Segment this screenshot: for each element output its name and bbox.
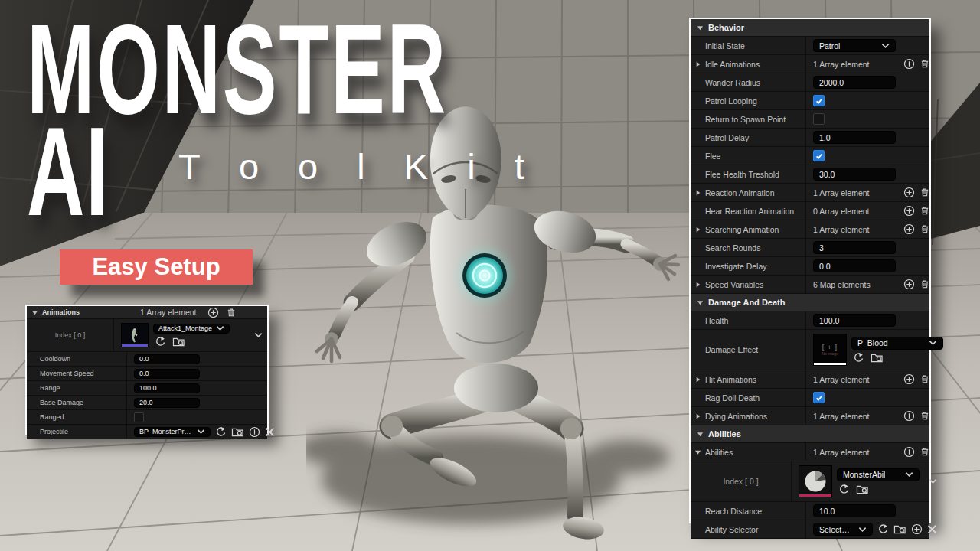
- index-0-asset-dropdown[interactable]: MonsterAbil: [837, 468, 920, 481]
- plus-circle-icon[interactable]: [903, 446, 915, 458]
- property-value-search-rounds: 3: [806, 239, 929, 256]
- browse-asset-icon[interactable]: [871, 352, 884, 364]
- no-image-placeholder-subtext: No image: [822, 351, 838, 356]
- browse-asset-icon[interactable]: [856, 484, 869, 495]
- chevron-down-icon[interactable]: [929, 478, 937, 484]
- health-input[interactable]: 100.0: [813, 314, 896, 327]
- ranged-checkbox[interactable]: [134, 412, 144, 422]
- property-label-cooldown: Cooldown: [27, 352, 127, 366]
- triangle-down-icon[interactable]: [697, 299, 704, 306]
- triangle-down-icon[interactable]: [31, 309, 38, 316]
- section-title: Abilities: [708, 429, 741, 439]
- damage-effect-asset-dropdown[interactable]: P_Blood: [851, 337, 943, 350]
- property-value-reach-distance: 10.0: [806, 502, 929, 520]
- return-to-spawn-point-checkbox[interactable]: [813, 113, 825, 125]
- trash-icon[interactable]: [920, 58, 930, 70]
- trash-icon[interactable]: [920, 205, 930, 217]
- triangle-right-icon[interactable]: [694, 60, 701, 67]
- property-label-flee-health-treshold: Flee Health Treshold: [691, 165, 806, 183]
- patrol-delay-input[interactable]: 1.0: [813, 131, 896, 144]
- chevron-down-icon: [197, 429, 205, 435]
- noimage-thumbnail[interactable]: [ + ]No image: [813, 334, 847, 366]
- rag-doll-death-checkbox[interactable]: [813, 392, 825, 403]
- plus-circle-icon[interactable]: [903, 279, 915, 290]
- array-header-animations[interactable]: Animations1 Array element: [27, 306, 267, 319]
- trash-icon[interactable]: [226, 307, 237, 318]
- index-0-asset-controls: Attack1_Montage: [153, 324, 230, 347]
- use-selected-arrow-icon[interactable]: [838, 484, 850, 495]
- triangle-down-icon[interactable]: [697, 24, 704, 31]
- triangle-right-icon[interactable]: [694, 281, 701, 288]
- trash-icon[interactable]: [920, 446, 930, 458]
- index-0-asset-dropdown[interactable]: Attack1_Montage: [153, 324, 230, 334]
- plus-circle-icon[interactable]: [903, 373, 915, 385]
- initial-state-dropdown[interactable]: Patrol: [813, 39, 896, 52]
- flee-health-treshold-input[interactable]: 30.0: [813, 168, 896, 181]
- triangle-down-icon[interactable]: [697, 431, 704, 438]
- anim-thumbnail[interactable]: [121, 323, 149, 347]
- plus-circle-icon[interactable]: [207, 307, 219, 318]
- property-label-text: Idle Animations: [705, 60, 760, 69]
- reach-distance-input[interactable]: 10.0: [813, 504, 896, 517]
- plus-circle-icon[interactable]: [903, 410, 915, 422]
- trash-icon[interactable]: [920, 373, 930, 385]
- section-header-behavior[interactable]: Behavior: [691, 19, 929, 37]
- search-rounds-input[interactable]: 3: [813, 241, 896, 254]
- clear-x-icon[interactable]: [265, 427, 275, 437]
- pie-thumbnail[interactable]: [799, 465, 832, 497]
- plus-circle-icon[interactable]: [903, 205, 915, 217]
- section-header-damage-and-death[interactable]: Damage And Death: [691, 294, 929, 311]
- browse-asset-icon[interactable]: [172, 336, 185, 347]
- plus-circle-icon[interactable]: [903, 187, 915, 198]
- triangle-right-icon[interactable]: [694, 226, 701, 233]
- triangle-right-icon[interactable]: [694, 412, 701, 419]
- trash-icon[interactable]: [920, 279, 930, 290]
- use-selected-arrow-icon[interactable]: [877, 523, 889, 535]
- clear-x-icon[interactable]: [927, 524, 937, 534]
- property-row-index-0: Index [ 0 ]MonsterAbil: [691, 461, 929, 502]
- range-input[interactable]: 100.0: [134, 383, 200, 393]
- patrol-looping-checkbox[interactable]: [813, 95, 825, 106]
- property-label-reach-distance: Reach Distance: [691, 502, 806, 520]
- investigate-delay-input[interactable]: 0.0: [813, 259, 896, 272]
- thumbnail-underline-bar: [799, 494, 831, 497]
- browse-asset-icon[interactable]: [231, 426, 244, 438]
- triangle-right-icon[interactable]: [694, 376, 701, 383]
- property-row-hear-reaction-animation: Hear Reaction Animation0 Array element: [691, 202, 929, 220]
- movement-speed-input[interactable]: 0.0: [134, 369, 200, 379]
- flee-checkbox[interactable]: [813, 150, 825, 161]
- use-selected-arrow-icon[interactable]: [853, 352, 864, 364]
- plus-circle-icon[interactable]: [903, 223, 915, 235]
- triangle-right-icon[interactable]: [694, 189, 701, 196]
- triangle-down-icon[interactable]: [694, 448, 701, 455]
- property-label-text: Search Rounds: [705, 243, 760, 253]
- plus-circle-icon[interactable]: [911, 523, 923, 535]
- trash-icon[interactable]: [920, 187, 930, 198]
- section-title: Damage And Death: [708, 298, 785, 307]
- property-label-text: Searching Animation: [705, 225, 779, 234]
- use-selected-arrow-icon[interactable]: [215, 426, 227, 438]
- property-label-searching-animation: Searching Animation: [691, 220, 806, 238]
- chevron-down-icon[interactable]: [254, 332, 263, 338]
- trash-icon[interactable]: [920, 223, 930, 235]
- index-0-asset-dropdown-value: MonsterAbil: [843, 470, 885, 479]
- property-label-base-damage: Base Damage: [27, 396, 127, 409]
- section-header-abilities[interactable]: Abilities: [691, 425, 929, 443]
- projectile-dropdown[interactable]: BP_MonsterProjectile: [134, 427, 211, 437]
- ability-selector-dropdown[interactable]: SelectRan: [813, 523, 873, 536]
- plus-circle-icon[interactable]: [249, 426, 260, 438]
- property-label-text: Ability Selector: [705, 525, 758, 534]
- trash-icon[interactable]: [920, 410, 930, 422]
- plus-circle-icon[interactable]: [903, 58, 915, 70]
- cooldown-input[interactable]: 0.0: [134, 354, 200, 364]
- base-damage-input[interactable]: 20.0: [134, 398, 200, 408]
- property-label-movement-speed: Movement Speed: [27, 367, 127, 380]
- use-selected-arrow-icon[interactable]: [155, 336, 166, 347]
- wander-radius-input[interactable]: 2000.0: [813, 76, 896, 89]
- browse-asset-icon[interactable]: [893, 523, 906, 535]
- damage-effect-asset-controls: P_Blood: [851, 337, 943, 364]
- property-value-base-damage: 20.0: [127, 396, 267, 409]
- property-row-projectile: ProjectileBP_MonsterProjectile: [27, 425, 267, 439]
- property-label-damage-effect: Damage Effect: [691, 330, 806, 370]
- property-label-text: Damage Effect: [705, 345, 758, 354]
